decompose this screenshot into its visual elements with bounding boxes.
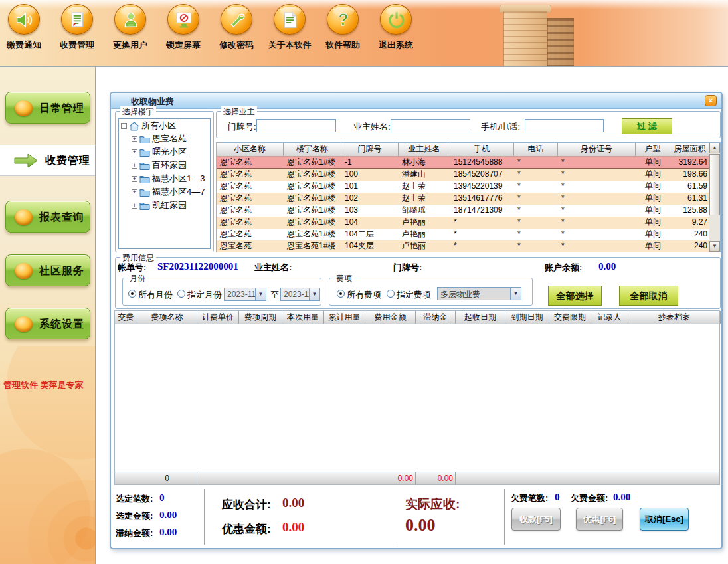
cell: * bbox=[514, 157, 558, 168]
cell: 恩宝名苑 bbox=[217, 169, 284, 181]
fee-col-header[interactable]: 交费 bbox=[115, 311, 137, 324]
fee-col-header[interactable]: 累计用量 bbox=[324, 311, 365, 324]
fee-col-header[interactable]: 到期日期 bbox=[505, 311, 549, 324]
tree-node-root[interactable]: -所有小区 bbox=[119, 119, 210, 132]
owner-col-header[interactable]: 门牌号 bbox=[341, 143, 399, 156]
to-word: 至 bbox=[270, 289, 279, 301]
toolbar-item-4[interactable]: 锁定屏幕 bbox=[159, 4, 207, 51]
table-row[interactable]: 恩宝名苑恩宝名苑1#楼100潘建山18545208707**单间198.66 bbox=[217, 169, 720, 181]
table-row[interactable]: 恩宝名苑恩宝名苑1#楼102赵士荣13514617776**单间61.31 bbox=[217, 193, 720, 205]
sidebar-item-1[interactable]: 日常管理 bbox=[5, 92, 90, 124]
owner-col-header[interactable]: 业主姓名 bbox=[399, 143, 450, 156]
select-all-button[interactable]: 全部选择 bbox=[548, 286, 602, 306]
table-row[interactable]: 恩宝名苑恩宝名苑1#楼104夹层卢艳丽***单间240 bbox=[217, 240, 720, 252]
toolbar-item-8[interactable]: 退出系统 bbox=[372, 4, 420, 51]
expand-icon[interactable]: + bbox=[132, 136, 137, 142]
chevron-down-icon[interactable]: ▼ bbox=[309, 288, 319, 300]
sidebar-item-5[interactable]: 系统设置 bbox=[5, 308, 90, 339]
fee-col-header[interactable]: 费用金额 bbox=[365, 311, 416, 324]
owner-col-header[interactable]: 身份证号 bbox=[558, 143, 636, 156]
toolbar-item-2[interactable]: 收费管理 bbox=[53, 4, 101, 51]
expand-icon[interactable]: + bbox=[132, 149, 137, 155]
owner-col-header[interactable]: 房屋面积 bbox=[670, 143, 710, 156]
table-row[interactable]: 恩宝名苑恩宝名苑1#楼103邹璐瑶18714721309**单间125.88 bbox=[217, 205, 720, 217]
owner-col-header[interactable]: 手机 bbox=[450, 143, 514, 156]
fee-col-header[interactable]: 滞纳金 bbox=[416, 311, 456, 324]
cell: 125.88 bbox=[670, 205, 710, 217]
scrollbar-thumb[interactable] bbox=[709, 154, 720, 215]
table-row[interactable]: 恩宝名苑恩宝名苑1#楼104二层卢艳丽***单间240 bbox=[217, 229, 720, 240]
fee-col-header[interactable]: 起收日期 bbox=[456, 311, 505, 324]
toolbar-item-1[interactable]: 缴费通知 bbox=[0, 4, 48, 51]
table-row[interactable]: 恩宝名苑恩宝名苑1#楼101赵士荣13945220139**单间61.59 bbox=[217, 181, 720, 193]
month-from-select[interactable]: 2023-11 ▼ bbox=[224, 288, 266, 301]
owner-col-header[interactable]: 户型 bbox=[636, 143, 670, 156]
fee-col-header[interactable]: 交费限期 bbox=[549, 311, 591, 324]
specified-month-radio[interactable] bbox=[177, 290, 185, 298]
chevron-down-icon[interactable]: ▼ bbox=[255, 288, 266, 300]
fee-type-select[interactable]: 多层物业费 ▼ bbox=[437, 287, 521, 300]
expand-icon[interactable]: + bbox=[132, 203, 137, 209]
scroll-down-icon[interactable]: ▼ bbox=[709, 241, 720, 252]
toolbar-item-label: 退出系统 bbox=[379, 39, 413, 51]
owner-col-header[interactable]: 电话 bbox=[514, 143, 558, 156]
month-to-select[interactable]: 2023-11 ▼ bbox=[280, 288, 320, 301]
scroll-up-icon[interactable]: ▲ bbox=[709, 143, 720, 153]
tree-node-2[interactable]: +曙光小区 bbox=[119, 145, 210, 159]
discount-button[interactable]: 优惠[F6] bbox=[576, 508, 623, 531]
sidebar-item-4[interactable]: 社区服务 bbox=[5, 254, 90, 286]
toolbar-item-7[interactable]: ?软件帮助 bbox=[319, 4, 367, 51]
expand-icon[interactable]: + bbox=[132, 163, 137, 169]
owner-col-header[interactable]: 小区名称 bbox=[217, 143, 284, 156]
cell: -1 bbox=[341, 157, 399, 168]
tree-node-4[interactable]: +福慧小区1—3 bbox=[119, 172, 210, 185]
cancel-button[interactable]: 取消[Esc] bbox=[640, 508, 689, 531]
table-row[interactable]: 恩宝名苑恩宝名苑1#楼-1林小海15124545888**单间3192.64 bbox=[217, 156, 720, 169]
all-months-radio[interactable] bbox=[128, 290, 136, 298]
owner-name-input[interactable] bbox=[391, 119, 470, 132]
all-fees-radio[interactable] bbox=[337, 290, 345, 298]
owner-col-header[interactable]: 楼宇名称 bbox=[284, 143, 341, 156]
door-no-input[interactable] bbox=[256, 119, 336, 132]
cell: 单间 bbox=[636, 205, 670, 217]
toolbar-item-3[interactable]: 更换用户 bbox=[106, 4, 154, 51]
sidebar-item-3[interactable]: 报表查询 bbox=[5, 201, 90, 233]
cell: * bbox=[514, 240, 558, 252]
collapse-icon[interactable]: - bbox=[121, 123, 127, 129]
tree-node-6[interactable]: +凯红家园 bbox=[119, 199, 210, 212]
specified-fee-label[interactable]: 指定费项 bbox=[397, 289, 431, 301]
sidebar: 日常管理收费管理报表查询社区服务系统设置 管理软件 美萍是专家 bbox=[0, 67, 96, 564]
expand-icon[interactable]: + bbox=[132, 176, 137, 182]
all-fees-label[interactable]: 所有费项 bbox=[347, 289, 381, 301]
fee-col-header[interactable]: 计费单价 bbox=[197, 311, 239, 324]
toolbar-item-6[interactable]: 关于本软件 bbox=[266, 4, 314, 51]
fee-col-header[interactable]: 本次用量 bbox=[282, 311, 324, 324]
close-icon[interactable]: × bbox=[705, 95, 717, 106]
table-row[interactable]: 恩宝名苑恩宝名苑1#楼104卢艳丽***单间9.27 bbox=[217, 217, 720, 229]
fee-col-header[interactable]: 费项周期 bbox=[239, 311, 282, 324]
tree-node-1[interactable]: +恩宝名苑 bbox=[119, 132, 210, 145]
tree-node-3[interactable]: +百环家园 bbox=[119, 159, 210, 172]
balance-label: 账户余额: bbox=[545, 262, 582, 274]
tree-node-5[interactable]: +福慧小区4—7 bbox=[119, 185, 210, 199]
building-tree: -所有小区+恩宝名苑+曙光小区+百环家园+福慧小区1—3+福慧小区4—7+凯红家… bbox=[118, 118, 211, 249]
deselect-all-button[interactable]: 全部取消 bbox=[619, 286, 678, 306]
chevron-down-icon[interactable]: ▼ bbox=[510, 288, 521, 300]
building-group-label: 选择楼宇 bbox=[120, 106, 156, 118]
all-months-label[interactable]: 所有月份 bbox=[138, 289, 173, 301]
receive-button[interactable]: 收款[F5] bbox=[511, 508, 561, 531]
phone-input[interactable] bbox=[525, 119, 604, 132]
filter-button[interactable]: 过 滤 bbox=[622, 118, 672, 134]
lock-screen-icon bbox=[167, 4, 199, 35]
discount-label: 优惠金额: bbox=[222, 521, 271, 537]
fee-col-header[interactable]: 费项名称 bbox=[137, 311, 197, 324]
fee-col-header[interactable]: 抄表档案 bbox=[628, 311, 721, 324]
sidebar-item-active[interactable]: 收费管理 bbox=[0, 145, 95, 176]
cell: 赵士荣 bbox=[399, 181, 450, 193]
specified-fee-radio[interactable] bbox=[387, 290, 395, 298]
owner-table-scrollbar[interactable]: ▲ ▼ bbox=[709, 143, 720, 252]
specified-month-label[interactable]: 指定月份 bbox=[187, 289, 222, 301]
toolbar-item-5[interactable]: 修改密码 bbox=[213, 4, 260, 51]
fee-col-header[interactable]: 记录人 bbox=[591, 311, 628, 324]
expand-icon[interactable]: + bbox=[132, 189, 137, 195]
